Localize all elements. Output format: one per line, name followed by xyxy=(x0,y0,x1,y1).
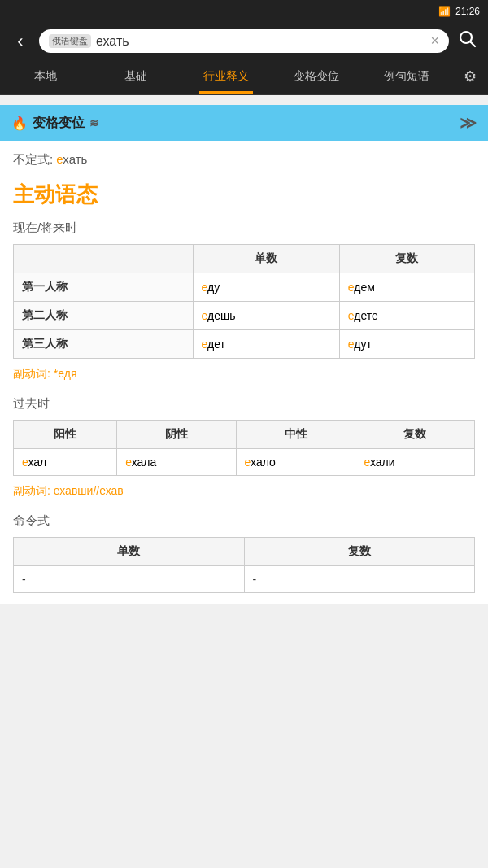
singular-1: еду xyxy=(193,273,339,302)
past-neut: ехало xyxy=(236,449,355,476)
past-adverb: 副动词: ехавши//ехав xyxy=(13,484,475,499)
col-header-singular: 单数 xyxy=(193,245,339,273)
imp-plural-val: - xyxy=(244,566,475,593)
tab-basic[interactable]: 基础 xyxy=(90,61,181,92)
col-masculine: 阳性 xyxy=(14,421,117,449)
main-content: 🔥 变格变位 ≋ ≫ 不定式: ехать 主动语态 现在/将来时 单数 复数 xyxy=(0,105,488,604)
search-bar: ‹ 俄语键盘 ехать × xyxy=(0,23,488,59)
imp-col-plural: 复数 xyxy=(244,538,475,566)
past-table: 阳性 阴性 中性 复数 ехал ехала ехало ехали xyxy=(13,420,475,476)
adverb-label: 副动词: xyxy=(13,484,54,497)
rest: ду xyxy=(207,281,220,294)
settings-button[interactable]: ⚙ xyxy=(452,59,488,94)
person-2: 第二人称 xyxy=(14,302,194,330)
tab-local[interactable]: 本地 xyxy=(0,61,90,92)
table-row: 第一人称 еду едем xyxy=(14,273,475,302)
rest: дет xyxy=(207,338,225,351)
search-button[interactable] xyxy=(455,30,480,53)
infinitive-line: 不定式: ехать xyxy=(13,152,475,168)
present-future-label: 现在/将来时 xyxy=(13,220,475,236)
e-prefix: е xyxy=(202,281,207,294)
rest1: хавши// xyxy=(59,484,99,497)
rest: дем xyxy=(354,281,375,294)
col-plural: 复数 xyxy=(355,421,475,449)
search-tag: 俄语键盘 xyxy=(49,34,91,48)
imperative-heading: 命令式 xyxy=(13,513,475,529)
e-prefix: е xyxy=(125,456,131,469)
rest: дут xyxy=(354,338,372,351)
nav-tabs: 本地 基础 行业释义 变格变位 例句短语 ⚙ xyxy=(0,59,488,95)
section-title-text: 变格变位 xyxy=(33,115,85,132)
infinitive-label: 不定式: xyxy=(13,152,56,166)
rest2: хав xyxy=(106,484,124,497)
rest: дете xyxy=(354,309,378,322)
singular-3: едет xyxy=(193,330,339,359)
rest: хала xyxy=(132,456,157,469)
table-row: ехал ехала ехало ехали xyxy=(14,449,475,476)
section-header: 🔥 变格变位 ≋ ≫ xyxy=(0,105,488,141)
imp-col-singular: 单数 xyxy=(14,538,245,566)
past-plur: ехали xyxy=(355,449,475,476)
svg-line-1 xyxy=(471,41,476,46)
rest: хали xyxy=(370,456,395,469)
back-button[interactable]: ‹ xyxy=(8,31,33,52)
table-row: 第三人称 едет едут xyxy=(14,330,475,359)
fire-icon: 🔥 xyxy=(11,116,28,131)
active-voice-title: 主动语态 xyxy=(13,181,475,209)
content-body: 不定式: ехать 主动语态 现在/将来时 单数 复数 第一人称 еду ед… xyxy=(0,141,488,604)
e-prefix: е xyxy=(58,367,63,380)
col-neuter: 中性 xyxy=(236,421,355,449)
section-header-title: 🔥 变格变位 ≋ xyxy=(11,115,98,132)
tab-examples[interactable]: 例句短语 xyxy=(362,61,452,92)
tab-conjugation[interactable]: 变格变位 xyxy=(272,61,362,92)
past-fem: ехала xyxy=(117,449,236,476)
plural-1: едем xyxy=(339,273,474,302)
col-header-empty xyxy=(14,245,194,273)
table-row: - - xyxy=(14,566,475,593)
col-feminine: 阴性 xyxy=(117,421,236,449)
collapse-button[interactable]: ≫ xyxy=(460,113,477,133)
imp-singular-val: - xyxy=(14,566,245,593)
e-prefix: е xyxy=(245,456,251,469)
adverb-label: 副动词: * xyxy=(13,367,58,380)
present-table: 单数 复数 第一人称 еду едем 第二人称 едешь едете 第三人… xyxy=(13,244,475,359)
person-3: 第三人称 xyxy=(14,330,194,359)
infinitive-rest: хать xyxy=(63,152,87,166)
e-prefix: е xyxy=(202,309,207,322)
present-adverb: 副动词: *едя xyxy=(13,367,475,382)
rest: дешь xyxy=(207,309,235,322)
e-prefix: е xyxy=(202,338,207,351)
plural-2: едете xyxy=(339,302,474,330)
past-label: 过去时 xyxy=(13,396,475,412)
e-prefix: е xyxy=(364,456,369,469)
search-input-wrap[interactable]: 俄语键盘 ехать × xyxy=(39,29,449,53)
signal-icon: 📶 xyxy=(438,6,451,17)
person-1: 第一人称 xyxy=(14,273,194,302)
plural-3: едут xyxy=(339,330,474,359)
col-header-plural: 复数 xyxy=(339,245,474,273)
tab-industry[interactable]: 行业释义 xyxy=(181,61,271,92)
table-row: 第二人称 едешь едете xyxy=(14,302,475,330)
status-bar: 📶 21:26 xyxy=(0,0,488,23)
e2-prefix: е xyxy=(99,484,105,497)
past-masc: ехал xyxy=(14,449,117,476)
singular-2: едешь xyxy=(193,302,339,330)
time: 21:26 xyxy=(455,6,480,17)
wifi-icon: ≋ xyxy=(89,117,98,129)
rest: хал xyxy=(28,456,46,469)
imperative-table: 单数 复数 - - xyxy=(13,537,475,593)
clear-button[interactable]: × xyxy=(430,33,439,50)
search-text: ехать xyxy=(96,34,425,49)
adverb-rest: дя xyxy=(64,367,77,380)
rest: хало xyxy=(251,456,276,469)
